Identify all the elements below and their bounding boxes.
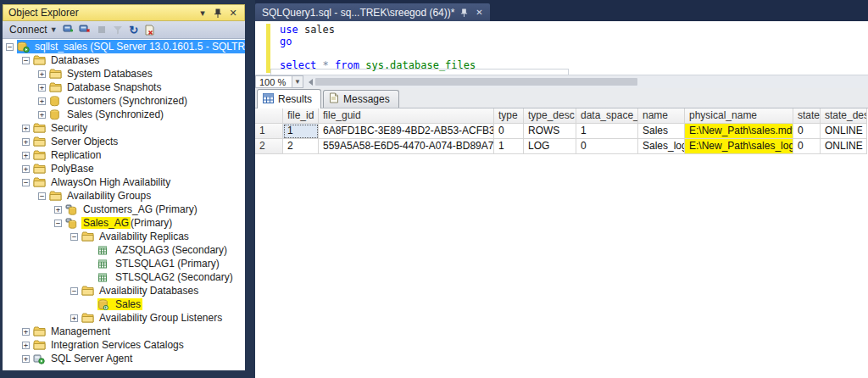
dbgreen-icon [97,299,110,310]
cell-type_desc[interactable]: LOG [524,139,576,154]
expand-icon[interactable]: + [38,84,46,92]
tree-item-replication[interactable]: +Replication [3,148,245,162]
cell-data_space_id[interactable]: 0 [576,139,638,154]
column-header-file_id[interactable]: file_id [283,108,319,124]
cell-physical_name[interactable]: E:\New_Path\sales_log.ldf [685,139,793,154]
tree-item-databases[interactable]: −Databases [3,53,245,67]
editor-zoom-value[interactable]: 100 % [255,75,292,88]
tree-item-sales_ag[interactable]: −Sales_AG (Primary) [3,216,245,230]
expand-icon[interactable]: + [38,111,46,119]
column-header-physical_name[interactable]: physical_name [685,108,793,124]
scrollbar-left-arrow-icon[interactable] [309,79,313,86]
pin-icon[interactable] [212,7,224,19]
editor-horizontal-scrollbar[interactable] [309,75,868,88]
tree-item-availability[interactable]: −Availability Databases [3,284,245,297]
connect-button[interactable]: Connect ▼ [6,23,61,36]
tree-item-customers_ag[interactable]: +Customers_AG (Primary) [3,203,245,216]
cell-file_guid[interactable]: 559A5A58-E6D5-4470-A074-BD89A785C259 [319,139,494,154]
tree-item-availability[interactable]: +Availability Group Listeners [3,311,245,325]
object-explorer-titlebar[interactable]: Object Explorer ▾ ✕ [3,4,245,21]
cell-state_desc[interactable]: ONLINE [821,139,867,154]
disconnect-object-icon[interactable] [78,23,93,37]
column-header-type_desc[interactable]: type_desc [524,108,576,124]
cell-type[interactable]: 0 [494,124,524,139]
code-line[interactable]: use sales [280,24,476,36]
close-icon[interactable]: ✕ [227,7,239,19]
cell-name[interactable]: Sales_log [638,139,685,154]
collapse-icon[interactable]: − [70,287,78,295]
row-header[interactable]: 2 [255,139,283,154]
column-header-file_guid[interactable]: file_guid [319,108,494,124]
cell-type[interactable]: 1 [494,139,524,154]
expand-icon[interactable]: + [38,70,46,78]
cell-state[interactable]: 0 [793,124,821,139]
tree-item-sales[interactable]: +Sales [3,297,245,311]
code-line[interactable] [280,47,476,59]
collapse-icon[interactable]: − [6,43,14,51]
cell-state[interactable]: 0 [793,139,821,154]
document-tab[interactable]: SQLQuery1.sql - sq...TREK\sreegod (64))*… [255,3,490,21]
cell-type_desc[interactable]: ROWS [524,124,576,139]
connect-object-icon[interactable] [62,23,77,37]
expand-icon[interactable]: + [22,355,30,363]
expand-icon[interactable]: + [70,314,78,322]
tab-close-icon[interactable]: ✕ [473,7,485,19]
tree-item-availability[interactable]: −Availability Groups [3,189,245,203]
expand-icon[interactable]: + [54,206,62,214]
tree-item-security[interactable]: +Security [3,121,245,135]
tab-messages[interactable]: Messages [323,90,399,108]
tree-item-availability[interactable]: −Availability Replicas [3,230,245,243]
cell-state_desc[interactable]: ONLINE [821,124,867,139]
query-editor[interactable]: use salesgoselect * from sys.database_fi… [255,21,868,75]
tree-item-alwayson[interactable]: −AlwaysOn High Availability [3,175,245,189]
cell-physical_name[interactable]: E:\New_Path\sales.mdf [685,124,793,139]
tree-item-label: Availability Group Listeners [97,312,224,324]
collapse-icon[interactable]: − [70,233,78,241]
expand-icon[interactable]: + [22,138,30,146]
tree-item-stlsqlag2[interactable]: +STLSQLAG2 (Secondary) [3,270,245,284]
collapse-icon[interactable]: − [22,179,30,186]
tree-item-stlsqlag1[interactable]: +STLSQLAG1 (Primary) [3,257,245,270]
cell-file_guid[interactable]: 6A8FD1BC-3E89-4BD2-AB53-ACFB3802D354 [319,124,494,139]
code-line[interactable]: select * from sys.database_files [280,59,476,71]
expand-icon[interactable]: + [22,152,30,159]
tree-item-customers[interactable]: +Customers (Synchronized) [3,94,245,108]
tree-item-database[interactable]: +Database Snapshots [3,81,245,94]
column-header-type[interactable]: type [494,108,524,124]
expand-icon[interactable]: + [22,125,30,132]
tree-item-sqllst_sales[interactable]: −sqllst_sales (SQL Server 13.0.1601.5 - … [3,40,245,53]
column-header-state_desc[interactable]: state_desc [821,108,867,124]
tree-item-sales[interactable]: +Sales (Synchronized) [3,108,245,121]
collapse-icon[interactable]: − [54,220,62,227]
expand-icon[interactable]: + [22,165,30,173]
expand-icon[interactable]: + [22,328,30,336]
tab-results[interactable]: Results [257,89,321,108]
editor-zoom-dropdown-icon[interactable]: ▼ [292,75,303,88]
error-report-icon[interactable] [142,23,158,37]
row-header[interactable]: 1 [255,124,283,139]
column-header-data_space_id[interactable]: data_space_id [576,108,638,124]
window-position-chevron-icon[interactable]: ▾ [197,7,209,19]
tab-pin-icon[interactable] [458,7,470,19]
tree-item-system[interactable]: +System Databases [3,67,245,81]
code-line[interactable]: go [280,36,476,47]
refresh-icon[interactable]: ↻ [126,23,142,37]
collapse-icon[interactable]: − [38,192,46,200]
cell-file_id[interactable]: 1 [283,124,319,139]
expand-icon[interactable]: + [22,342,30,349]
cell-name[interactable]: Sales [638,124,685,139]
tree-item-polybase[interactable]: +PolyBase [3,162,245,175]
tree-item-server[interactable]: +Server Objects [3,135,245,148]
tree-item-sql[interactable]: +SQL Server Agent [3,352,245,365]
tree-item-management[interactable]: +Management [3,325,245,338]
expand-icon[interactable]: + [38,97,46,105]
tree-item-integration[interactable]: +Integration Services Catalogs [3,338,245,352]
results-grid-icon [263,93,274,106]
column-header-name[interactable]: name [638,108,685,124]
cell-file_id[interactable]: 2 [283,139,319,154]
scrollbar-thumb[interactable] [315,78,637,86]
column-header-state[interactable]: state [793,108,821,124]
tree-item-azsqlag3[interactable]: +AZSQLAG3 (Secondary) [3,243,245,257]
cell-data_space_id[interactable]: 1 [576,124,638,139]
collapse-icon[interactable]: − [22,57,30,64]
